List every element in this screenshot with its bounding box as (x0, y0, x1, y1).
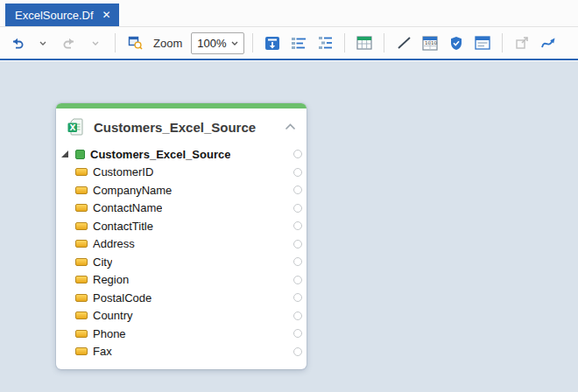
tab-label: ExcelSource.Df (15, 9, 94, 22)
connection-port[interactable] (293, 276, 302, 284)
toolbar-separator (502, 33, 503, 52)
node-body: Customers_Excel_Source CustomerIDCompany… (56, 144, 307, 369)
field-row[interactable]: ContactName (75, 200, 307, 218)
zoom-value: 100% (197, 37, 226, 50)
tree-root-row[interactable]: Customers_Excel_Source (75, 145, 307, 164)
field-row[interactable]: PostalCode (75, 289, 307, 307)
data-viewer-grid-icon: 10 10 (422, 36, 438, 51)
field-row[interactable]: CompanyName (75, 181, 307, 200)
column-icon (75, 347, 88, 355)
toolbar-separator (252, 33, 253, 52)
connection-port[interactable] (293, 168, 302, 177)
connection-port[interactable] (293, 293, 302, 302)
field-row[interactable]: Fax (75, 343, 307, 361)
column-icon (75, 294, 88, 302)
designer-toolbar: Zoom 100% (0, 27, 578, 60)
tree-expander-icon[interactable] (61, 150, 69, 158)
curved-arrow-icon (540, 36, 557, 51)
design-canvas[interactable]: X Customers_Excel_Source Customers_Excel… (0, 61, 578, 392)
connection-port[interactable] (293, 257, 302, 266)
field-row[interactable]: ContactTitle (75, 217, 307, 235)
table-grid-icon (356, 36, 372, 50)
distribute-icon (317, 36, 333, 50)
redo-icon (62, 36, 77, 50)
column-icon (75, 222, 88, 230)
field-label: Country (93, 309, 133, 322)
column-icon (75, 240, 88, 248)
toolbar-separator (344, 33, 345, 52)
document-tab-bar: ExcelSource.Df ✕ (0, 0, 578, 27)
redo-button[interactable] (58, 32, 81, 54)
collapse-chevron-icon[interactable] (285, 123, 296, 130)
chevron-down-icon (231, 41, 238, 46)
validate-button[interactable] (445, 32, 468, 54)
zoom-select[interactable]: 100% (191, 32, 244, 54)
properties-window-button[interactable] (471, 32, 494, 54)
excel-file-icon: X (67, 117, 86, 136)
connection-port[interactable] (293, 347, 302, 356)
column-icon (75, 186, 88, 194)
field-rows: CustomerIDCompanyNameContactNameContactT… (75, 164, 307, 361)
field-label: Fax (93, 345, 112, 358)
field-label: Address (93, 237, 135, 250)
table-node-icon (75, 150, 85, 159)
chevron-down-icon (39, 41, 46, 46)
column-tree: Customers_Excel_Source CustomerIDCompany… (56, 145, 307, 360)
connection-port[interactable] (293, 150, 302, 158)
column-icon (75, 204, 88, 212)
column-icon (75, 312, 88, 319)
field-label: Phone (93, 327, 126, 340)
connection-port[interactable] (293, 312, 302, 320)
field-label: City (93, 256, 112, 269)
field-label: ContactName (93, 201, 162, 214)
connector-line-button[interactable] (392, 32, 415, 54)
svg-text:10: 10 (431, 40, 437, 46)
output-ports-column (293, 145, 302, 360)
field-label: Region (93, 273, 129, 286)
align-left-button[interactable] (287, 32, 310, 54)
field-row[interactable]: Phone (75, 325, 307, 343)
tab-close-icon[interactable]: ✕ (102, 10, 111, 20)
zoom-to-fit-button[interactable] (123, 32, 146, 54)
open-in-window-icon (515, 36, 529, 50)
connection-port[interactable] (293, 221, 302, 230)
connection-port[interactable] (293, 240, 302, 248)
column-icon (75, 330, 88, 338)
connection-port[interactable] (293, 329, 302, 338)
field-row[interactable]: Country (75, 307, 307, 326)
field-label: PostalCode (93, 291, 152, 304)
data-viewer-button[interactable]: 10 10 (419, 32, 441, 54)
column-icon (75, 168, 88, 176)
field-row[interactable]: CustomerID (75, 164, 307, 182)
field-label: CustomerID (93, 165, 153, 178)
undo-icon (10, 36, 25, 50)
zoom-label: Zoom (153, 37, 182, 50)
distribute-button[interactable] (314, 32, 336, 54)
node-header[interactable]: X Customers_Excel_Source (56, 108, 307, 144)
tab-excelsource-df[interactable]: ExcelSource.Df ✕ (5, 4, 119, 26)
excel-source-node[interactable]: X Customers_Excel_Source Customers_Excel… (56, 103, 307, 369)
field-row[interactable]: Region (75, 271, 307, 290)
reroute-connectors-button[interactable] (537, 32, 560, 54)
chevron-down-icon (92, 41, 99, 46)
auto-layout-icon (264, 36, 280, 51)
auto-layout-button[interactable] (261, 32, 284, 54)
svg-text:X: X (70, 123, 76, 132)
toolbar-separator (384, 33, 384, 52)
field-row[interactable]: City (75, 253, 307, 271)
field-label: CompanyName (93, 184, 172, 197)
open-in-window-button[interactable] (511, 32, 533, 54)
zoom-to-fit-icon (128, 36, 143, 50)
undo-dropdown[interactable] (32, 32, 54, 54)
toolbar-separator (115, 33, 116, 52)
undo-button[interactable] (5, 32, 28, 54)
column-icon (75, 276, 88, 284)
add-table-button[interactable] (353, 32, 376, 54)
align-left-icon (291, 36, 307, 50)
shield-icon (449, 36, 463, 51)
connection-port[interactable] (293, 204, 302, 213)
column-icon (75, 258, 88, 266)
connection-port[interactable] (293, 186, 302, 194)
field-row[interactable]: Address (75, 235, 307, 254)
redo-dropdown[interactable] (84, 32, 107, 54)
